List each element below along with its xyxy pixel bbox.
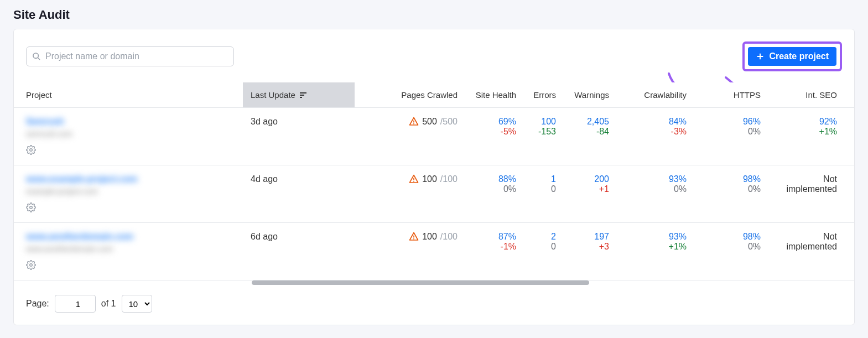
int-seo-text: Not implemented [776,232,837,252]
header-errors[interactable]: Errors [524,82,564,108]
project-domain: semrush.com [26,129,72,138]
header-pages-crawled[interactable]: Pages Crawled [355,82,465,108]
pages-count: 100 [422,174,437,184]
pages-total: /100 [440,232,458,242]
site-health-delta: -1% [473,242,516,252]
header-project[interactable]: Project [14,82,243,108]
https-delta: 0% [702,127,761,137]
project-name-link[interactable]: Semrush [26,117,64,127]
header-site-perf[interactable]: Site [845,82,854,108]
sort-desc-icon [300,92,308,99]
pages-total: /100 [440,174,458,184]
page-title: Site Audit [0,0,868,29]
svg-point-9 [413,123,414,124]
https-value[interactable]: 98% [702,232,761,242]
header-warnings[interactable]: Warnings [564,82,617,108]
project-domain: example-project.com [26,187,98,196]
search-box[interactable] [26,46,234,66]
projects-table: Project Last Update Pages Crawled Site H… [14,82,854,280]
errors-value[interactable]: 100 [532,117,556,127]
site-health-delta: -5% [473,127,516,137]
svg-point-12 [413,181,414,182]
gear-icon[interactable] [26,260,36,270]
last-update-cell: 4d ago [243,165,355,223]
crawlability-delta: 0% [625,184,687,194]
gear-icon[interactable] [26,202,36,212]
svg-rect-6 [300,97,302,98]
create-project-label: Create project [769,51,829,61]
warnings-delta: +3 [571,242,609,252]
warnings-delta: +1 [571,184,609,194]
pages-count: 500 [422,117,437,127]
int-seo-value[interactable]: 92% [776,117,837,127]
site-health-value[interactable]: 87% [473,232,516,242]
pages-total: /500 [440,117,458,127]
svg-point-10 [30,206,33,209]
header-https[interactable]: HTTPS [694,82,768,108]
table-wrapper: Project Last Update Pages Crawled Site H… [14,82,854,286]
crawlability-value[interactable]: 93% [625,174,687,184]
project-name-link[interactable]: www.example-project.com [26,174,137,184]
crawlability-value[interactable]: 84% [625,117,687,127]
header-int-seo[interactable]: Int. SEO [768,82,845,108]
header-site-health[interactable]: Site Health [465,82,524,108]
crawlability-value[interactable]: 93% [625,232,687,242]
warnings-delta: -84 [571,127,609,137]
search-icon [32,52,41,61]
svg-line-1 [38,58,40,60]
errors-value[interactable]: 1 [532,174,556,184]
per-page-select[interactable]: 10 [122,295,152,313]
https-value[interactable]: 96% [702,117,761,127]
crawlability-delta: +1% [625,242,687,252]
svg-point-0 [33,53,38,58]
site-health-value[interactable]: 88% [473,174,516,184]
page-input[interactable] [55,295,96,313]
table-row: www.example-project.com example-project.… [14,165,854,223]
project-domain: www.anotherdomain.com [26,245,113,253]
page-label: Page: [26,299,49,309]
int-seo-delta: +1% [776,127,837,137]
warnings-value[interactable]: 200 [571,174,609,184]
svg-rect-5 [300,95,304,96]
scrollbar-thumb[interactable] [252,280,589,285]
create-project-highlight: Create project [742,41,842,71]
site-health-value[interactable]: 69% [473,117,516,127]
site-health-delta: 0% [473,184,516,194]
svg-rect-4 [300,92,306,93]
pagination: Page: of 1 10 [14,286,854,325]
last-update-cell: 3d ago [243,108,355,165]
plus-icon [756,52,765,61]
errors-value[interactable]: 2 [532,232,556,242]
int-seo-text: Not implemented [776,174,837,194]
search-input[interactable] [45,51,228,61]
errors-delta: 0 [532,242,556,252]
project-name-link[interactable]: www.anotherdomain.com [26,232,133,242]
header-last-update-label: Last Update [251,90,295,100]
warning-icon [409,232,419,242]
warning-icon [409,117,419,127]
svg-point-7 [30,149,33,152]
table-row: Semrush semrush.com 3d ago 500/500 69% -… [14,108,854,165]
table-row: www.anotherdomain.com www.anotherdomain.… [14,223,854,280]
toolbar: Create project [14,29,854,82]
https-value[interactable]: 98% [702,174,761,184]
pages-count: 100 [422,232,437,242]
errors-delta: -153 [532,127,556,137]
header-last-update[interactable]: Last Update [243,82,355,108]
svg-point-15 [413,238,414,240]
warning-icon [409,174,419,184]
https-delta: 0% [702,242,761,252]
page-of-label: of 1 [101,299,116,309]
svg-point-13 [30,264,33,267]
warnings-value[interactable]: 2,405 [571,117,609,127]
projects-card: Create project Project Last Update Pages… [13,29,855,325]
gear-icon[interactable] [26,145,36,155]
crawlability-delta: -3% [625,127,687,137]
header-crawlability[interactable]: Crawlability [617,82,694,108]
horizontal-scrollbar[interactable] [14,280,854,286]
create-project-button[interactable]: Create project [748,47,836,66]
https-delta: 0% [702,184,761,194]
last-update-cell: 6d ago [243,223,355,280]
errors-delta: 0 [532,184,556,194]
warnings-value[interactable]: 197 [571,232,609,242]
